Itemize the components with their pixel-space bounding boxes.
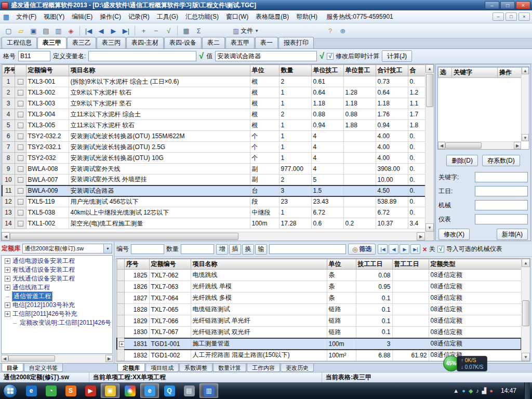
sheet-tab-6[interactable]: 表四-设备 xyxy=(164,37,202,48)
sheet-tab-8[interactable]: 表五甲 xyxy=(225,37,255,48)
tray-safety-icon[interactable]: ◆ xyxy=(469,388,473,394)
show-desktop-button[interactable] xyxy=(524,382,530,399)
tray-messenger-icon[interactable]: ● xyxy=(462,388,466,394)
value-confirm-icon[interactable]: √ xyxy=(320,52,324,60)
main-table-row-button[interactable] xyxy=(18,112,23,117)
main-table-row-button[interactable] xyxy=(18,221,23,227)
maximize-button[interactable]: □ xyxy=(500,1,515,9)
main-table-row-12[interactable]: 12TXL5-119用户光缆测试 456芯以下段2323.43538.890. xyxy=(2,196,425,207)
last-page-button[interactable]: ▶| xyxy=(410,244,420,254)
taskbar-player-icon[interactable]: ▶ xyxy=(81,383,100,398)
scroll-right-button[interactable]: ▶ xyxy=(417,232,425,241)
help-icon[interactable]: ? xyxy=(324,25,336,37)
main-table-row-11[interactable]: 11BWLA-009安装调试合路器台31.54.500. xyxy=(2,185,425,196)
network-speed-widget[interactable]: 45% ↑ 0K/S ↓ 0.07K/S xyxy=(443,355,487,371)
tray-alert-icon[interactable]: ● xyxy=(489,388,493,394)
main-table-column-header-5[interactable]: 单位 xyxy=(250,65,279,76)
quota-table-column-header-5[interactable]: 单位 xyxy=(327,259,356,270)
sheet-tab-5[interactable]: 表四-主材 xyxy=(126,37,164,48)
add-row-button[interactable]: 增 xyxy=(216,244,228,255)
quota-table-row-7[interactable]: +1831TGD1-001施工测量管道100m308通信定额 xyxy=(117,338,521,350)
sheet-tab-1[interactable]: 工程信息 xyxy=(2,37,37,48)
first-record-icon[interactable]: |◀ xyxy=(83,25,95,37)
replace-row-button[interactable]: 换 xyxy=(242,244,254,255)
main-table-row-8[interactable]: 8TSY2-032安装测试光波长转换器(OTU) 10G个144.000. xyxy=(2,153,425,164)
calculator-icon[interactable]: ▦ xyxy=(180,25,192,37)
sum-icon[interactable]: Σ xyxy=(193,25,205,37)
instrument-input[interactable] xyxy=(475,214,528,224)
next-record-icon[interactable]: ▶ xyxy=(108,25,119,37)
main-table-row-button[interactable] xyxy=(18,144,23,150)
input-row-button[interactable]: 输 xyxy=(255,244,267,255)
scrollbar-thumb[interactable] xyxy=(445,142,482,149)
scroll-down-button[interactable]: ▼ xyxy=(425,223,434,232)
sheet-tab-3[interactable]: 表三乙 xyxy=(67,37,96,48)
main-grid-horizontal-scrollbar[interactable]: ◀ ▶ xyxy=(2,232,425,241)
quota-table-row-5[interactable]: 1829TXL7-066光纤链路测试 单光纤链路0.108通信定额 xyxy=(117,315,521,327)
mech-table-column-header-1[interactable]: 选 xyxy=(438,68,452,78)
main-table-row-14[interactable]: 14TXL1-002架空光(电)缆工程施工测量100m17.280.60.210… xyxy=(2,218,425,229)
taskbar-360-browser-icon[interactable]: ◔ xyxy=(42,383,60,398)
expand-icon[interactable]: + xyxy=(5,258,10,264)
scroll-down-button[interactable]: ▼ xyxy=(522,134,529,141)
quota-vertical-scrollbar[interactable]: ▲ ▼ xyxy=(521,259,530,361)
delete-record-icon[interactable]: − xyxy=(150,25,162,37)
mdi-close-button[interactable]: × xyxy=(518,12,530,21)
print-preview-icon[interactable]: ▥ xyxy=(52,25,64,37)
sheet-tab-9[interactable]: 表一 xyxy=(255,37,278,48)
scroll-left-button[interactable]: ◀ xyxy=(438,142,445,149)
quota-table-column-header-7[interactable]: 普工工日 xyxy=(392,259,429,270)
main-table-column-header-3[interactable]: 定额编号 xyxy=(26,65,69,76)
quota-table-row-2[interactable]: 1826TXL7-063光纤跳线 单模条0.9508通信定额 xyxy=(117,281,521,292)
menu-item-8[interactable]: 窗口(W) xyxy=(222,10,252,23)
tree-item-8[interactable]: ‒定额改变说明:工信部[2011]426号 xyxy=(2,318,112,327)
mech-list-horizontal-scrollbar[interactable]: ◀ ▶ xyxy=(438,141,521,149)
tree-item-5[interactable]: ‒通信管道工程 xyxy=(2,292,112,301)
add-record-icon[interactable]: + xyxy=(138,25,150,37)
minimize-button[interactable]: – xyxy=(485,1,499,9)
quota-table-column-header-3[interactable]: 定额编号 xyxy=(149,259,191,270)
main-table-row-5[interactable]: 5TXL3-005立11米以下水泥杆 软石根10.941.880.941.8 xyxy=(2,120,425,131)
sheet-tab-7[interactable]: 表二 xyxy=(202,37,225,48)
main-table-column-header-2[interactable] xyxy=(15,65,26,76)
main-table-column-header-1[interactable]: 序号 xyxy=(2,65,15,76)
taskbar-ie-icon[interactable]: e xyxy=(22,383,41,398)
mech-add-button[interactable]: 新增(A) xyxy=(497,229,528,240)
mdi-restore-button[interactable]: □ xyxy=(506,12,517,21)
main-table-row-9[interactable]: 9BWLA-008安装调试室外天线副977.00043908.000. xyxy=(2,164,425,175)
tree-item-6[interactable]: +电信[2012]1003号补充 xyxy=(2,301,112,310)
tray-volume-icon[interactable]: ♪ xyxy=(476,388,479,394)
main-table-row-4[interactable]: 4TXL3-004立11米以下水泥杆 综合土根20.880.881.761.7 xyxy=(2,109,425,120)
open-folder-icon[interactable]: ▱ xyxy=(15,25,27,37)
mech-list-vertical-scrollbar[interactable]: ▲ ▼ xyxy=(521,67,529,141)
quota-table-row-4[interactable]: 1828TXL7-065电缆链路测试链路0.108通信定额 xyxy=(117,304,521,315)
scroll-right-button[interactable]: ▶ xyxy=(514,142,521,149)
scroll-up-button[interactable]: ▲ xyxy=(522,259,530,267)
main-table-row-button[interactable] xyxy=(18,199,23,205)
quota-tab-2[interactable]: 项目组成 xyxy=(145,364,179,372)
recalc-checkbox[interactable]: √ 修改后即时计算 xyxy=(327,52,379,61)
mdi-child-icon[interactable]: ▦ xyxy=(2,12,10,21)
main-table-row-button[interactable] xyxy=(18,79,23,85)
tree-item-3[interactable]: +无线通信设备安装工程 xyxy=(2,274,112,283)
main-table-column-header-10[interactable]: 合 xyxy=(408,65,425,76)
scrollbar-thumb[interactable] xyxy=(522,300,529,326)
quota-table-column-header-6[interactable]: 技工工日 xyxy=(356,259,392,270)
tree-horizontal-scrollbar[interactable]: ◀ ▶ xyxy=(1,354,113,362)
scrollbar-thumb[interactable] xyxy=(426,74,433,107)
menu-item-4[interactable]: 操作(C) xyxy=(96,10,125,23)
main-table-row-button[interactable] xyxy=(18,210,23,216)
chevron-down-icon[interactable]: ▼ xyxy=(103,244,112,253)
taskbar-sogou-icon[interactable]: S xyxy=(61,383,80,398)
menu-item-1[interactable]: 文件(F) xyxy=(12,10,40,23)
main-table-row-button[interactable] xyxy=(18,101,23,107)
close-button[interactable]: × xyxy=(516,1,530,9)
taskbar-explorer-icon[interactable]: ▣ xyxy=(101,383,119,398)
taskbar-app-icon[interactable]: ▥ xyxy=(200,383,218,398)
main-table-row-button[interactable] xyxy=(18,177,23,183)
settings-icon[interactable]: ⊕ xyxy=(337,25,349,37)
main-grid-vertical-scrollbar[interactable]: ▲ ▼ xyxy=(425,64,434,232)
taskbar-chrome-icon[interactable]: ◉ xyxy=(121,383,139,398)
start-button[interactable] xyxy=(3,384,17,398)
menu-item-3[interactable]: 编辑(E) xyxy=(68,10,96,23)
